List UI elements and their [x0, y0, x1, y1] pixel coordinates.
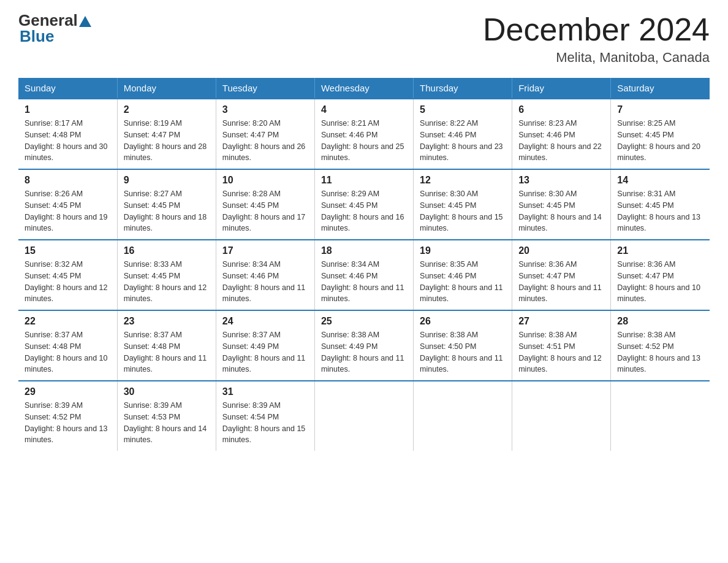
day-info: Sunrise: 8:27 AM Sunset: 4:45 PM Dayligh… [124, 188, 210, 234]
day-number: 16 [124, 245, 210, 256]
sunset-label: Sunset: 4:46 PM [321, 272, 377, 280]
sunset-label: Sunset: 4:45 PM [25, 201, 81, 210]
day-info: Sunrise: 8:31 AM Sunset: 4:45 PM Dayligh… [617, 188, 703, 234]
calendar-week-row: 15 Sunrise: 8:32 AM Sunset: 4:45 PM Dayl… [18, 240, 710, 310]
calendar-week-row: 22 Sunrise: 8:37 AM Sunset: 4:48 PM Dayl… [18, 310, 710, 381]
calendar-week-row: 8 Sunrise: 8:26 AM Sunset: 4:45 PM Dayli… [18, 169, 710, 240]
daylight-label: Daylight: 8 hours and 11 minutes. [124, 354, 207, 374]
sunset-label: Sunset: 4:49 PM [321, 342, 377, 351]
sunset-label: Sunset: 4:53 PM [124, 413, 180, 421]
calendar-cell: 30 Sunrise: 8:39 AM Sunset: 4:53 PM Dayl… [117, 381, 216, 451]
day-number: 25 [321, 316, 407, 327]
day-info: Sunrise: 8:37 AM Sunset: 4:48 PM Dayligh… [25, 329, 111, 375]
day-number: 9 [124, 175, 210, 186]
daylight-label: Daylight: 8 hours and 28 minutes. [124, 142, 207, 163]
day-info: Sunrise: 8:39 AM Sunset: 4:52 PM Dayligh… [25, 400, 111, 446]
day-number: 10 [222, 175, 308, 186]
daylight-label: Daylight: 8 hours and 11 minutes. [420, 283, 503, 304]
sunset-label: Sunset: 4:45 PM [25, 272, 81, 280]
calendar-cell: 6 Sunrise: 8:23 AM Sunset: 4:46 PM Dayli… [512, 99, 611, 169]
sunrise-label: Sunrise: 8:34 AM [222, 260, 281, 269]
daylight-label: Daylight: 8 hours and 11 minutes. [321, 354, 404, 374]
day-number: 28 [617, 316, 703, 327]
day-number: 15 [25, 245, 111, 256]
calendar-cell: 1 Sunrise: 8:17 AM Sunset: 4:48 PM Dayli… [18, 99, 117, 169]
sunrise-label: Sunrise: 8:39 AM [222, 401, 281, 410]
daylight-label: Daylight: 8 hours and 12 minutes. [124, 283, 207, 304]
sunset-label: Sunset: 4:51 PM [518, 342, 575, 351]
calendar-cell: 5 Sunrise: 8:22 AM Sunset: 4:46 PM Dayli… [414, 99, 512, 169]
day-info: Sunrise: 8:28 AM Sunset: 4:45 PM Dayligh… [222, 188, 308, 234]
daylight-label: Daylight: 8 hours and 16 minutes. [321, 213, 404, 233]
calendar-table: SundayMondayTuesdayWednesdayThursdayFrid… [18, 78, 710, 451]
daylight-label: Daylight: 8 hours and 11 minutes. [222, 354, 306, 374]
daylight-label: Daylight: 8 hours and 11 minutes. [321, 283, 404, 304]
day-info: Sunrise: 8:26 AM Sunset: 4:45 PM Dayligh… [25, 188, 111, 234]
sunset-label: Sunset: 4:45 PM [321, 201, 377, 210]
sunrise-label: Sunrise: 8:39 AM [124, 401, 182, 410]
calendar-cell: 4 Sunrise: 8:21 AM Sunset: 4:46 PM Dayli… [314, 99, 413, 169]
daylight-label: Daylight: 8 hours and 18 minutes. [124, 213, 207, 233]
sunrise-label: Sunrise: 8:33 AM [124, 260, 182, 269]
logo-general-text: General [18, 12, 78, 28]
day-number: 24 [222, 316, 308, 327]
daylight-label: Daylight: 8 hours and 25 minutes. [321, 142, 404, 163]
sunset-label: Sunset: 4:48 PM [124, 342, 180, 351]
sunset-label: Sunset: 4:45 PM [222, 201, 279, 210]
sunrise-label: Sunrise: 8:38 AM [420, 331, 478, 339]
sunset-label: Sunset: 4:50 PM [420, 342, 476, 351]
day-number: 8 [25, 175, 111, 186]
col-header-monday: Monday [117, 78, 216, 99]
calendar-cell: 3 Sunrise: 8:20 AM Sunset: 4:47 PM Dayli… [216, 99, 314, 169]
location: Melita, Manitoba, Canada [483, 50, 710, 66]
sunrise-label: Sunrise: 8:38 AM [617, 331, 675, 339]
month-title: December 2024 [483, 12, 710, 47]
day-number: 22 [25, 316, 111, 327]
daylight-label: Daylight: 8 hours and 10 minutes. [617, 283, 700, 304]
daylight-label: Daylight: 8 hours and 11 minutes. [222, 283, 306, 304]
daylight-label: Daylight: 8 hours and 20 minutes. [617, 142, 700, 163]
sunset-label: Sunset: 4:46 PM [420, 131, 476, 139]
sunrise-label: Sunrise: 8:39 AM [25, 401, 83, 410]
sunrise-label: Sunrise: 8:19 AM [124, 119, 182, 128]
day-info: Sunrise: 8:32 AM Sunset: 4:45 PM Dayligh… [25, 259, 111, 305]
daylight-label: Daylight: 8 hours and 12 minutes. [518, 354, 602, 374]
day-number: 31 [222, 386, 308, 397]
calendar-header-row: SundayMondayTuesdayWednesdayThursdayFrid… [18, 78, 710, 99]
calendar-cell: 25 Sunrise: 8:38 AM Sunset: 4:49 PM Dayl… [314, 310, 413, 381]
day-info: Sunrise: 8:39 AM Sunset: 4:54 PM Dayligh… [222, 400, 308, 446]
daylight-label: Daylight: 8 hours and 15 minutes. [222, 424, 306, 445]
calendar-cell: 10 Sunrise: 8:28 AM Sunset: 4:45 PM Dayl… [216, 169, 314, 240]
logo-text: General [18, 12, 93, 28]
sunrise-label: Sunrise: 8:37 AM [25, 331, 83, 339]
daylight-label: Daylight: 8 hours and 14 minutes. [124, 424, 207, 445]
day-number: 5 [420, 104, 506, 115]
sunrise-label: Sunrise: 8:17 AM [25, 119, 83, 128]
day-info: Sunrise: 8:34 AM Sunset: 4:46 PM Dayligh… [321, 259, 407, 305]
logo-blue-text: Blue [20, 27, 54, 45]
calendar-cell: 27 Sunrise: 8:38 AM Sunset: 4:51 PM Dayl… [512, 310, 611, 381]
daylight-label: Daylight: 8 hours and 15 minutes. [420, 213, 503, 233]
day-number: 11 [321, 175, 407, 186]
calendar-cell: 24 Sunrise: 8:37 AM Sunset: 4:49 PM Dayl… [216, 310, 314, 381]
daylight-label: Daylight: 8 hours and 26 minutes. [222, 142, 306, 163]
calendar-cell: 29 Sunrise: 8:39 AM Sunset: 4:52 PM Dayl… [18, 381, 117, 451]
col-header-friday: Friday [512, 78, 611, 99]
day-info: Sunrise: 8:36 AM Sunset: 4:47 PM Dayligh… [518, 259, 604, 305]
sunrise-label: Sunrise: 8:37 AM [222, 331, 281, 339]
sunrise-label: Sunrise: 8:22 AM [420, 119, 478, 128]
sunrise-label: Sunrise: 8:30 AM [518, 190, 577, 198]
sunrise-label: Sunrise: 8:21 AM [321, 119, 379, 128]
day-number: 7 [617, 104, 703, 115]
day-number: 1 [25, 104, 111, 115]
calendar-cell: 17 Sunrise: 8:34 AM Sunset: 4:46 PM Dayl… [216, 240, 314, 310]
sunset-label: Sunset: 4:47 PM [124, 131, 180, 139]
sunrise-label: Sunrise: 8:32 AM [25, 260, 83, 269]
day-number: 21 [617, 245, 703, 256]
sunset-label: Sunset: 4:52 PM [617, 342, 673, 351]
day-number: 30 [124, 386, 210, 397]
sunrise-label: Sunrise: 8:25 AM [617, 119, 675, 128]
col-header-thursday: Thursday [414, 78, 512, 99]
day-info: Sunrise: 8:20 AM Sunset: 4:47 PM Dayligh… [222, 118, 308, 164]
day-number: 12 [420, 175, 506, 186]
